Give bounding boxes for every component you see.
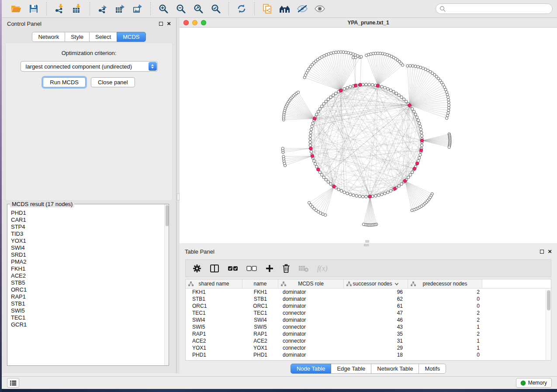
cell[interactable]: 47	[344, 309, 408, 316]
table-row[interactable]: ACE2ACE2connector311	[186, 337, 551, 344]
cell[interactable]: SWI4	[242, 316, 278, 323]
cell[interactable]: 18	[344, 351, 408, 358]
network-graph[interactable]	[180, 28, 557, 243]
cell[interactable]: 0	[408, 303, 482, 309]
cell[interactable]: ACE2	[242, 337, 278, 344]
zoom-out-button[interactable]	[172, 2, 190, 16]
import-table-button[interactable]	[68, 2, 86, 16]
canvas-splitter-grip[interactable]	[365, 240, 369, 243]
cell[interactable]: connector	[278, 323, 344, 330]
splitter-grip[interactable]	[364, 244, 369, 246]
table-row[interactable]: ORC1ORC1dominator610	[186, 303, 551, 309]
memory-button[interactable]: Memory	[516, 378, 552, 388]
zoom-in-button[interactable]	[155, 2, 172, 16]
table-row[interactable]: SWI5SWI5connector431	[186, 323, 551, 330]
deselect-all-rows-button[interactable]	[246, 262, 257, 275]
cell[interactable]: SWI4	[186, 316, 242, 323]
close-panel-icon[interactable]: ×	[548, 249, 552, 254]
delete-column-button[interactable]	[282, 262, 290, 275]
cell[interactable]: dominator	[278, 289, 344, 296]
mcds-result-item[interactable]: ACE2	[11, 272, 164, 279]
cell[interactable]: 0	[408, 351, 482, 358]
cell[interactable]: YOX1	[242, 344, 278, 351]
search-field[interactable]	[436, 3, 553, 14]
column-header-predecessor-nodes[interactable]: predecessor nodes	[408, 279, 482, 288]
hide-selected-button[interactable]	[294, 2, 311, 16]
cell[interactable]: PHD1	[242, 351, 278, 358]
tab-mcds[interactable]: MCDS	[117, 32, 145, 42]
show-columns-button[interactable]	[210, 262, 219, 275]
table-row[interactable]: TEC1TEC1connector472	[186, 309, 551, 316]
mcds-result-item[interactable]: SWI4	[11, 244, 164, 251]
mcds-result-item[interactable]: ORC1	[11, 286, 164, 293]
cell[interactable]: 2	[408, 309, 482, 316]
cell[interactable]: STB1	[186, 296, 242, 303]
show-panels-button[interactable]	[7, 378, 19, 388]
float-panel-icon[interactable]	[159, 22, 163, 26]
cell[interactable]: 1	[408, 337, 482, 344]
cell[interactable]: dominator	[278, 316, 344, 323]
cell[interactable]: 43	[344, 323, 408, 330]
column-header-shared-name[interactable]: shared name	[186, 279, 242, 288]
mcds-result-item[interactable]: SWI5	[11, 307, 164, 314]
mcds-result-item[interactable]: RAP1	[11, 293, 164, 300]
cell[interactable]: dominator	[278, 296, 344, 303]
cell[interactable]: STB1	[242, 296, 278, 303]
cell[interactable]: ORC1	[186, 303, 242, 309]
close-panel-icon[interactable]: ×	[167, 21, 171, 26]
mcds-result-item[interactable]: PMA2	[11, 258, 164, 265]
horizontal-splitter[interactable]	[180, 243, 557, 247]
tab-network-table[interactable]: Network Table	[371, 364, 419, 374]
mcds-result-item[interactable]: GCR1	[11, 321, 164, 328]
cell[interactable]: 31	[344, 337, 408, 344]
tab-style[interactable]: Style	[65, 32, 90, 42]
mcds-list-scrollbar[interactable]	[164, 204, 169, 365]
mcds-result-item[interactable]: YOX1	[11, 237, 164, 244]
zoom-fit-button[interactable]	[190, 2, 207, 16]
cell[interactable]: dominator	[278, 351, 344, 358]
cell[interactable]: SWI5	[242, 323, 278, 330]
cell[interactable]: 61	[344, 303, 408, 309]
export-network-button[interactable]	[94, 2, 111, 16]
cell[interactable]: connector	[278, 337, 344, 344]
column-header-mcds-role[interactable]: MCDS role	[278, 279, 344, 288]
scrollbar-thumb[interactable]	[547, 290, 550, 310]
export-image-button[interactable]	[129, 2, 146, 16]
table-settings-button[interactable]	[193, 262, 201, 275]
table-row[interactable]: FKH1FKH1dominator962	[186, 289, 551, 296]
run-mcds-button[interactable]: Run MCDS	[43, 77, 86, 87]
cell[interactable]: ACE2	[186, 337, 242, 344]
tab-select[interactable]: Select	[89, 32, 117, 42]
cell[interactable]: dominator	[278, 303, 344, 309]
mcds-result-item[interactable]: TID3	[11, 230, 164, 237]
cell[interactable]: 0	[408, 296, 482, 303]
mcds-result-item[interactable]: FKH1	[11, 265, 164, 272]
copy-network-button[interactable]	[259, 2, 276, 16]
first-neighbors-button[interactable]	[276, 2, 294, 16]
column-header-name[interactable]: name	[242, 279, 278, 288]
cell[interactable]: 46	[344, 316, 408, 323]
cell[interactable]: FKH1	[186, 289, 242, 296]
cell[interactable]: 96	[344, 289, 408, 296]
cell[interactable]: 2	[408, 316, 482, 323]
tab-node-table[interactable]: Node Table	[291, 364, 332, 374]
save-session-button[interactable]	[25, 2, 42, 16]
import-network-button[interactable]	[51, 2, 68, 16]
cell[interactable]: dominator	[278, 330, 344, 337]
cell[interactable]: RAP1	[242, 330, 278, 337]
mcds-result-item[interactable]: TEC1	[11, 314, 164, 321]
splitter-grip[interactable]	[177, 193, 180, 200]
cell[interactable]: FKH1	[242, 289, 278, 296]
optimization-criterion-select[interactable]: largest connected component (undirected)	[21, 61, 158, 72]
open-file-button[interactable]	[7, 2, 25, 16]
table-row[interactable]: SWI4SWI4dominator462	[186, 316, 551, 323]
tab-motifs[interactable]: Motifs	[419, 364, 446, 374]
cell[interactable]: TEC1	[186, 309, 242, 316]
mcds-result-item[interactable]: STP4	[11, 224, 164, 230]
cell[interactable]: 2	[408, 289, 482, 296]
table-row[interactable]: PHD1PHD1dominator180	[186, 351, 551, 358]
float-panel-icon[interactable]	[540, 250, 544, 254]
export-table-button[interactable]	[111, 2, 129, 16]
cell[interactable]: 1	[408, 344, 482, 351]
create-column-button[interactable]	[265, 262, 274, 275]
